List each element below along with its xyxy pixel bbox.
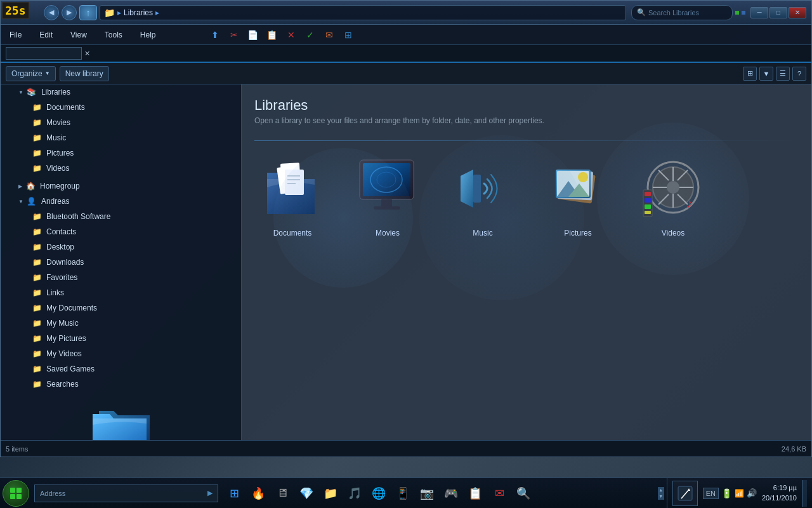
sidebar-item-favorites[interactable]: 📁 Favorites bbox=[1, 270, 241, 285]
toolbar: ⬆ ✂ 📄 📋 ✕ ✓ ✉ ⊞ bbox=[208, 28, 355, 42]
favorites-folder-icon: 📁 bbox=[31, 272, 43, 283]
toolbar-windows-icon[interactable]: ⊞ bbox=[341, 28, 355, 42]
taskbar-scroll-arrows: ▲ ▼ bbox=[658, 487, 664, 500]
up-button[interactable]: ↑ bbox=[79, 5, 97, 20]
taskbar-icon-9[interactable]: 📷 bbox=[416, 483, 438, 504]
taskbar-scroll-up[interactable]: ▲ bbox=[658, 487, 664, 493]
view-details-button[interactable]: ☰ bbox=[776, 67, 790, 81]
taskbar-address-label: Address bbox=[40, 490, 65, 497]
sidebar: ▼ 📚 Libraries 📁 Documents 📁 Movies 📁 Mus… bbox=[1, 84, 242, 440]
toolbar-copy-icon[interactable]: 📄 bbox=[246, 28, 260, 42]
sidebar-item-homegroup[interactable]: ▶ 🏠 Homegroup bbox=[1, 178, 241, 194]
taskbar-icon-11[interactable]: 📋 bbox=[464, 483, 486, 504]
taskbar-icon-12[interactable]: ✉ bbox=[488, 483, 510, 504]
downloads-folder-icon: 📁 bbox=[31, 257, 43, 268]
menu-edit[interactable]: Edit bbox=[36, 28, 56, 42]
taskbar-go-icon[interactable]: ▶ bbox=[207, 489, 213, 497]
toolbar-upload-icon[interactable]: ⬆ bbox=[208, 28, 222, 42]
sidebar-item-documents[interactable]: 📁 Documents bbox=[1, 100, 241, 115]
documents-folder-icon: 📁 bbox=[31, 102, 43, 113]
minimize-button[interactable]: ─ bbox=[750, 7, 768, 18]
sidebar-item-contacts[interactable]: 📁 Contacts bbox=[1, 224, 241, 239]
tablet-pen-icon bbox=[672, 481, 698, 506]
address-bar[interactable]: 📁 ▸ Libraries ▸ bbox=[100, 5, 626, 20]
view-mode-button[interactable]: ⊞ bbox=[743, 67, 757, 81]
sidebar-item-movies[interactable]: 📁 Movies bbox=[1, 115, 241, 130]
taskbar-icon-6[interactable]: 🎵 bbox=[344, 483, 365, 504]
toolbar-delete-icon[interactable]: ✕ bbox=[284, 28, 298, 42]
search-box[interactable]: 🔍 Search Libraries bbox=[631, 5, 733, 20]
sidebar-item-libraries[interactable]: ▼ 📚 Libraries bbox=[1, 84, 241, 100]
menu-file[interactable]: File bbox=[6, 28, 25, 42]
sidebar-label-pictures: Pictures bbox=[46, 149, 74, 157]
lang-indicator[interactable]: EN bbox=[703, 488, 719, 499]
taskbar-icon-4[interactable]: 💎 bbox=[296, 483, 317, 504]
sidebar-label-my-videos: My Videos bbox=[46, 349, 82, 358]
search-input[interactable] bbox=[6, 47, 82, 60]
sidebar-item-desktop[interactable]: 📁 Desktop bbox=[1, 239, 241, 255]
sidebar-label-music: Music bbox=[46, 133, 66, 142]
svg-rect-38 bbox=[16, 488, 22, 493]
sidebar-label-homegroup: Homegroup bbox=[40, 182, 80, 190]
taskbar-icon-2[interactable]: 🔥 bbox=[247, 483, 269, 504]
signal-icon: 📶 bbox=[735, 489, 744, 498]
search-close-button[interactable]: ✕ bbox=[84, 50, 90, 58]
toolbar-check-icon[interactable]: ✓ bbox=[303, 28, 317, 42]
menu-tools[interactable]: Tools bbox=[101, 28, 126, 42]
sidebar-label-my-pictures: My Pictures bbox=[46, 334, 86, 343]
taskbar-icon-10[interactable]: 🎮 bbox=[440, 483, 462, 504]
status-size: 24,6 KB bbox=[782, 445, 806, 453]
sidebar-item-searches[interactable]: 📁 Searches bbox=[1, 377, 241, 392]
taskbar-address-bar[interactable]: Address ▶ bbox=[34, 485, 218, 502]
view-dropdown-button[interactable]: ▼ bbox=[759, 67, 773, 81]
start-button[interactable] bbox=[3, 480, 29, 507]
taskbar-icon-5[interactable]: 📁 bbox=[320, 483, 341, 504]
taskbar-icon-1[interactable]: ⊞ bbox=[223, 483, 245, 504]
help-button[interactable]: ? bbox=[792, 67, 806, 81]
videos-folder-icon: 📁 bbox=[31, 163, 43, 174]
sidebar-label-searches: Searches bbox=[46, 380, 79, 389]
volume-icon[interactable]: 🔊 bbox=[747, 488, 757, 498]
maximize-button[interactable]: □ bbox=[769, 7, 787, 18]
sidebar-label-libraries: Libraries bbox=[41, 88, 70, 97]
sidebar-item-music[interactable]: 📁 Music bbox=[1, 130, 241, 145]
sidebar-item-saved-games[interactable]: 📁 Saved Games bbox=[1, 361, 241, 377]
taskbar-icon-13[interactable]: 🔍 bbox=[513, 483, 534, 504]
sidebar-item-downloads[interactable]: 📁 Downloads bbox=[1, 255, 241, 270]
sidebar-item-bluetooth[interactable]: 📁 Bluetooth Software bbox=[1, 209, 241, 224]
taskbar: Address ▶ ⊞ 🔥 🖥 💎 📁 🎵 🌐 📱 📷 🎮 📋 ✉ 🔍 ▲ ▼ bbox=[0, 478, 812, 508]
sidebar-item-my-pictures[interactable]: 📁 My Pictures bbox=[1, 331, 241, 346]
menu-help[interactable]: Help bbox=[136, 28, 160, 42]
clock-date: 20/11/2010 bbox=[762, 493, 797, 503]
sidebar-label-videos: Videos bbox=[46, 164, 69, 173]
toolbar-paste-icon[interactable]: 📋 bbox=[265, 28, 279, 42]
toolbar-scissors-icon[interactable]: ✂ bbox=[227, 28, 241, 42]
clock-date-display[interactable]: 6:19 µµ 20/11/2010 bbox=[762, 483, 797, 503]
my-videos-icon: 📁 bbox=[31, 348, 43, 359]
sidebar-item-links[interactable]: 📁 Links bbox=[1, 285, 241, 300]
organize-button[interactable]: Organize ▼ bbox=[6, 66, 56, 81]
sidebar-label-my-documents: My Documents bbox=[46, 304, 97, 312]
taskbar-icon-7[interactable]: 🌐 bbox=[368, 483, 390, 504]
taskbar-icon-8[interactable]: 📱 bbox=[392, 483, 414, 504]
sidebar-item-pictures[interactable]: 📁 Pictures bbox=[1, 145, 241, 161]
search-placeholder: Search Libraries bbox=[648, 9, 699, 17]
sidebar-label-downloads: Downloads bbox=[46, 258, 84, 267]
sidebar-label-movies: Movies bbox=[46, 118, 70, 127]
close-button[interactable]: ✕ bbox=[789, 7, 806, 18]
show-desktop-button[interactable] bbox=[802, 480, 807, 507]
taskbar-scroll-down[interactable]: ▼ bbox=[658, 493, 664, 500]
sidebar-item-my-documents[interactable]: 📁 My Documents bbox=[1, 300, 241, 316]
back-button[interactable]: ◀ bbox=[44, 5, 59, 20]
forward-button[interactable]: ▶ bbox=[62, 5, 77, 20]
new-library-button[interactable]: New library bbox=[60, 66, 109, 81]
sidebar-item-andreas[interactable]: ▼ 👤 Andreas bbox=[1, 194, 241, 209]
toolbar-email-icon[interactable]: ✉ bbox=[322, 28, 336, 42]
menu-view[interactable]: View bbox=[67, 28, 91, 42]
sidebar-item-videos[interactable]: 📁 Videos bbox=[1, 161, 241, 176]
taskbar-icon-3[interactable]: 🖥 bbox=[272, 483, 293, 504]
sidebar-item-my-music[interactable]: 📁 My Music bbox=[1, 316, 241, 331]
sidebar-item-my-videos[interactable]: 📁 My Videos bbox=[1, 346, 241, 361]
user-icon: 👤 bbox=[26, 196, 37, 207]
content-area: Libraries Open a library to see your fil… bbox=[242, 84, 811, 440]
